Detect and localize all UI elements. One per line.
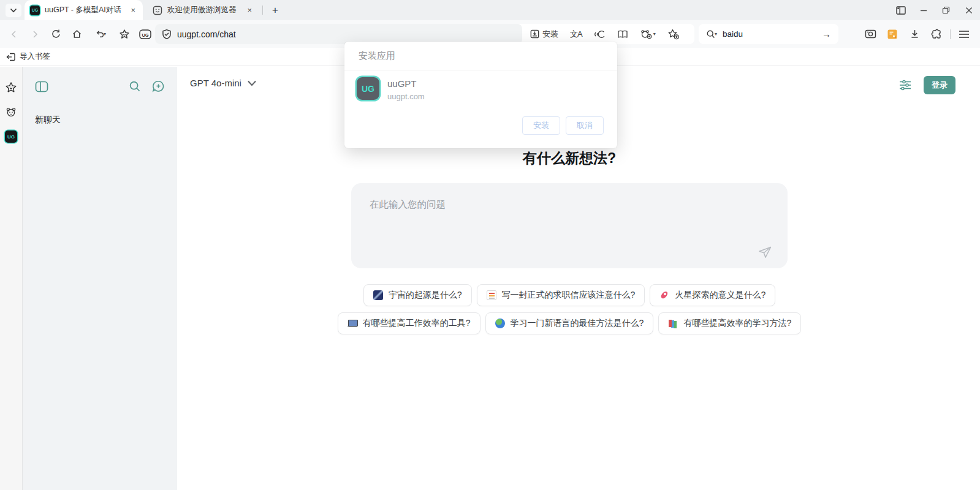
screenshot-button[interactable]: [861, 25, 879, 43]
search-icon: [129, 80, 141, 92]
uugpt-app-shortcut[interactable]: UG: [4, 130, 18, 143]
shield-check-icon: [161, 29, 172, 40]
home-icon: [72, 29, 82, 39]
new-chat-button[interactable]: [152, 80, 165, 92]
undo-button[interactable]: ▾: [88, 25, 113, 43]
window-controls: [889, 0, 980, 20]
translate-button[interactable]: 文A: [570, 29, 582, 40]
favorites-sidebar-button[interactable]: [4, 81, 18, 94]
chat-list-item-new[interactable]: 新聊天: [35, 115, 165, 126]
install-label: 安装: [542, 29, 558, 40]
undo-dropdown-icon[interactable]: ▾: [104, 31, 106, 37]
search-engine-dropdown-icon[interactable]: ▾: [715, 31, 717, 37]
suggestion-chip[interactable]: 有哪些提高效率的学习方法?: [658, 312, 801, 334]
suggestion-label: 宇宙的起源是什么?: [389, 290, 462, 301]
read-aloud-button[interactable]: [594, 29, 606, 39]
uugpt-app-icon: UG: [5, 130, 17, 143]
notes-button[interactable]: [883, 25, 902, 43]
search-chats-button[interactable]: [129, 80, 141, 92]
settings-button[interactable]: [899, 80, 911, 91]
model-selector[interactable]: GPT 4o-mini: [190, 78, 257, 88]
reading-mode-button[interactable]: [617, 29, 628, 39]
laptop-emoji-icon: [348, 318, 357, 328]
install-confirm-button[interactable]: 安装: [522, 116, 560, 135]
restore-button[interactable]: [935, 0, 957, 20]
hamburger-icon: [959, 30, 970, 39]
extension-mascot-button[interactable]: ▾: [640, 29, 656, 39]
note-icon: [887, 29, 898, 40]
input-placeholder: 在此输入您的问题: [370, 198, 769, 211]
send-button[interactable]: [758, 245, 772, 260]
close-window-button[interactable]: [957, 0, 980, 20]
layout-icon: [896, 6, 906, 15]
tab-title: uuGPT - 多模型AI对话: [45, 5, 124, 15]
read-aloud-icon: [594, 29, 606, 39]
question-input[interactable]: 在此输入您的问题: [351, 183, 788, 268]
suggestion-label: 有哪些提高工作效率的工具?: [363, 318, 471, 329]
suggestion-chip[interactable]: 有哪些提高工作效率的工具?: [338, 312, 481, 334]
page-title: 有什么新想法?: [351, 149, 788, 168]
smiley-favicon: [153, 6, 162, 15]
login-button[interactable]: 登录: [924, 76, 955, 94]
forward-button[interactable]: [26, 25, 44, 43]
restore-icon: [942, 6, 950, 14]
new-tab-button[interactable]: +: [266, 4, 284, 17]
sidebar-toggle-icon: [35, 81, 48, 92]
tab-maxthon-welcome[interactable]: 欢迎使用傲游浏览器 ×: [147, 0, 259, 20]
tab-bar: UG uuGPT - 多模型AI对话 × 欢迎使用傲游浏览器 × +: [0, 0, 980, 20]
minimize-button[interactable]: [912, 0, 935, 20]
suggestion-label: 学习一门新语言的最佳方法是什么?: [511, 318, 644, 329]
close-icon: [965, 7, 973, 14]
paper-plane-icon: [758, 245, 772, 260]
favorites-button[interactable]: [115, 25, 134, 43]
extensions-button[interactable]: [927, 25, 946, 43]
forward-icon: [30, 29, 40, 39]
tab-uugpt[interactable]: UG uuGPT - 多模型AI对话 ×: [25, 0, 143, 20]
suggestion-chip[interactable]: 学习一门新语言的最佳方法是什么?: [485, 312, 654, 334]
ug-box-icon: UG: [139, 29, 152, 40]
model-name: GPT 4o-mini: [190, 78, 241, 88]
close-tab-icon[interactable]: ×: [245, 6, 254, 15]
import-icon: [6, 52, 16, 62]
books-emoji-icon: [668, 318, 678, 328]
menu-button[interactable]: [955, 25, 973, 43]
refresh-icon: [51, 29, 61, 39]
suggestion-chips: 宇宙的起源是什么? 写一封正式的求职信应该注意什么? 火星探索的意义是什么? 有…: [351, 284, 788, 334]
tab-list-button[interactable]: [6, 4, 21, 17]
collapse-sidebar-button[interactable]: [35, 81, 48, 92]
app-icon: UG: [357, 77, 379, 100]
new-chat-icon: [152, 80, 165, 92]
add-favorite-button[interactable]: [667, 29, 679, 40]
browser-side-strip: UG: [0, 67, 23, 490]
suggestion-label: 有哪些提高效率的学习方法?: [683, 318, 791, 329]
install-app-button[interactable]: 安装: [530, 29, 558, 40]
install-cancel-button[interactable]: 取消: [566, 116, 604, 135]
svg-text:UG: UG: [142, 32, 148, 37]
translate-icon: 文A: [570, 29, 582, 40]
puzzle-icon: [931, 29, 942, 40]
uugpt-extension-button[interactable]: UG: [136, 25, 154, 43]
suggestion-chip[interactable]: 写一封正式的求职信应该注意什么?: [477, 284, 645, 306]
boss-layout-button[interactable]: [889, 0, 912, 20]
close-tab-icon[interactable]: ×: [129, 6, 137, 15]
downloads-button[interactable]: [905, 25, 924, 43]
uugpt-favicon: UG: [30, 6, 40, 15]
import-bookmarks-button[interactable]: 导入书签: [6, 51, 50, 62]
milky-way-emoji-icon: [373, 290, 383, 300]
suggestion-chip[interactable]: 宇宙的起源是什么?: [363, 284, 472, 306]
install-icon: [530, 29, 540, 39]
refresh-button[interactable]: [47, 25, 65, 43]
panda-add-icon: [640, 29, 652, 39]
download-icon: [910, 29, 920, 39]
maxnote-panda-button[interactable]: [4, 105, 18, 119]
import-bookmarks-label: 导入书签: [20, 51, 50, 62]
back-button[interactable]: [5, 25, 23, 43]
book-icon: [617, 29, 628, 39]
suggestion-chip[interactable]: 火星探索的意义是什么?: [650, 284, 775, 306]
toolbar-divider: [950, 29, 951, 39]
search-field[interactable]: ▾ baidu →: [699, 24, 838, 44]
star-add-icon: [667, 29, 679, 40]
home-button[interactable]: [67, 25, 86, 43]
search-go-icon[interactable]: →: [822, 29, 831, 39]
app-name: uuGPT: [387, 78, 425, 89]
